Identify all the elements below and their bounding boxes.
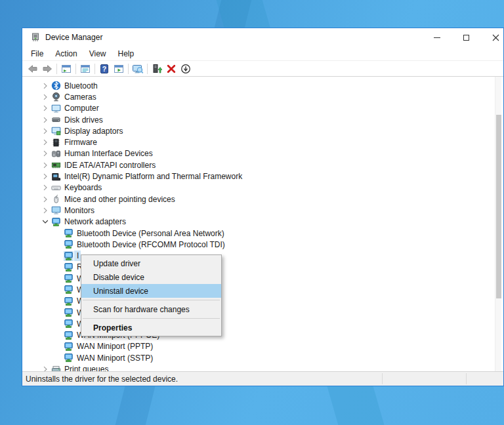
- tree-item-print-queues[interactable]: Print queues: [22, 363, 494, 371]
- close-button[interactable]: [481, 28, 504, 47]
- chevron-collapsed-icon[interactable]: [41, 81, 50, 91]
- tree-item-bluetooth[interactable]: Bluetooth: [22, 80, 494, 91]
- chevron-collapsed-icon[interactable]: [41, 161, 50, 170]
- tree-item-label: WAN Miniport (SSTP): [74, 353, 155, 363]
- tree-item-label: Mice and other pointing devices: [62, 194, 177, 205]
- mouse-icon: [51, 194, 61, 204]
- back-icon: [28, 64, 38, 74]
- tree-item-keyboards[interactable]: Keyboards: [22, 182, 494, 193]
- tree-item-wan-miniport-pptp[interactable]: WAN Miniport (PPTP): [22, 341, 494, 352]
- tree-item-network-adapters[interactable]: Network adapters: [22, 216, 494, 228]
- context-menu-item-disable-device[interactable]: Disable device: [81, 270, 221, 284]
- tree-item-label: Monitors: [62, 205, 96, 216]
- tree-item-wan-miniport-sstp[interactable]: WAN Miniport (SSTP): [22, 352, 494, 363]
- display-adapter-icon: [51, 126, 61, 136]
- tree-item-label: Bluetooth Device (RFCOMM Protocol TDI): [74, 239, 227, 250]
- network-adapter-icon: [64, 296, 74, 306]
- menu-view[interactable]: View: [83, 47, 112, 60]
- network-adapter-icon: [64, 331, 74, 340]
- menu-action[interactable]: Action: [49, 47, 83, 60]
- tree-item-label: Network adapters: [62, 216, 128, 227]
- console-tree-icon: [61, 64, 72, 74]
- chevron-collapsed-icon[interactable]: [41, 92, 50, 102]
- properties-button[interactable]: [78, 62, 93, 75]
- action-pane-icon: [114, 64, 124, 74]
- tree-item-bluetooth-device-personal-area-network[interactable]: Bluetooth Device (Personal Area Network): [22, 228, 494, 239]
- menu-help[interactable]: Help: [112, 47, 140, 60]
- device-manager-window: Device Manager FileActionViewHelp ? Blue…: [22, 28, 504, 386]
- chevron-collapsed-icon[interactable]: [41, 138, 50, 147]
- context-menu: Update driverDisable deviceUninstall dev…: [81, 254, 222, 336]
- network-adapter-icon: [64, 319, 74, 329]
- printer-icon: [51, 365, 61, 371]
- tree-item-human-interface-devices[interactable]: Human Interface Devices: [22, 148, 494, 159]
- chevron-collapsed-icon[interactable]: [41, 115, 50, 125]
- vertical-scrollbar[interactable]: [495, 77, 501, 371]
- chevron-collapsed-icon[interactable]: [41, 104, 50, 113]
- tree-item-disk-drives[interactable]: Disk drives: [22, 114, 494, 125]
- desktop-background: Device Manager FileActionViewHelp ? Blue…: [0, 0, 504, 425]
- tree-item-label: Cameras: [62, 92, 98, 102]
- bluetooth-icon: [51, 81, 61, 91]
- context-menu-item-update-driver[interactable]: Update driver: [81, 256, 221, 270]
- chevron-collapsed-icon[interactable]: [41, 206, 50, 215]
- uninstall-icon: [166, 64, 177, 74]
- firmware-icon: [51, 138, 61, 148]
- tree-item-monitors[interactable]: Monitors: [22, 205, 494, 216]
- back-button[interactable]: [26, 62, 40, 75]
- chevron-collapsed-icon[interactable]: [41, 149, 50, 158]
- keyboard-icon: [51, 183, 61, 193]
- context-menu-item-properties[interactable]: Properties: [81, 321, 221, 334]
- tree-item-label: Display adaptors: [62, 126, 125, 136]
- chevron-collapsed-icon[interactable]: [41, 365, 50, 371]
- action-pane-button[interactable]: [112, 62, 126, 75]
- chevron-collapsed-icon[interactable]: [41, 172, 50, 181]
- device-tree-panel: BluetoothCamerasComputerDisk drivesDispl…: [22, 77, 503, 371]
- tree-item-label: Print queues: [62, 364, 110, 371]
- scan-hardware-changes-button[interactable]: [131, 62, 145, 75]
- scrollbar-thumb[interactable]: [496, 115, 501, 298]
- context-menu-item-scan-for-hardware-changes[interactable]: Scan for hardware changes: [81, 302, 221, 316]
- maximize-icon: [463, 35, 469, 41]
- toolbar-separator: [147, 64, 148, 74]
- tree-item-display-adaptors[interactable]: Display adaptors: [22, 125, 494, 136]
- tree-item-computer[interactable]: Computer: [22, 103, 494, 114]
- tree-item-mice-and-other-pointing-devices[interactable]: Mice and other pointing devices: [22, 193, 494, 205]
- toolbar-separator: [94, 64, 95, 74]
- context-menu-item-uninstall-device[interactable]: Uninstall device: [81, 284, 221, 298]
- network-adapter-icon: [64, 273, 74, 283]
- network-adapter-icon: [64, 308, 74, 317]
- toolbar-separator: [56, 64, 57, 74]
- status-bar-divider: [382, 373, 383, 384]
- forward-button[interactable]: [40, 62, 54, 75]
- title-bar: Device Manager: [22, 28, 503, 47]
- help-button[interactable]: ?: [97, 62, 112, 75]
- hid-icon: [51, 149, 61, 159]
- network-adapter-icon: [64, 342, 74, 352]
- update-driver-button[interactable]: [150, 62, 164, 75]
- tree-item-label: Bluetooth Device (Personal Area Network): [74, 228, 226, 239]
- maximize-button[interactable]: [452, 28, 481, 47]
- chevron-expanded-icon[interactable]: [41, 217, 50, 226]
- disable-device-button[interactable]: [178, 62, 193, 75]
- help-icon: ?: [99, 64, 110, 74]
- tree-item-cameras[interactable]: Cameras: [22, 91, 494, 102]
- menu-file[interactable]: File: [25, 47, 49, 60]
- tree-item-firmware[interactable]: Firmware: [22, 136, 494, 148]
- network-adapter-icon: [64, 285, 74, 294]
- chevron-collapsed-icon[interactable]: [41, 127, 50, 136]
- chevron-collapsed-icon[interactable]: [41, 195, 50, 204]
- network-adapter-icon: [64, 239, 74, 249]
- chevron-collapsed-icon[interactable]: [41, 183, 50, 192]
- tree-item-bluetooth-device-rfcomm-protocol-tdi[interactable]: Bluetooth Device (RFCOMM Protocol TDI): [22, 239, 494, 250]
- minimize-button[interactable]: [422, 28, 452, 47]
- network-adapter-icon: [64, 262, 74, 272]
- minimize-icon: [434, 37, 440, 38]
- tree-item-ide-ata-atapi-controllers[interactable]: IDE ATA/ATAPI controllers: [22, 159, 494, 171]
- show-console-tree-button[interactable]: [59, 62, 74, 75]
- tree-item-intel-r-dynamic-platform-and-thermal-framework[interactable]: Intel(R) Dynamic Platform and Thermal Fr…: [22, 171, 494, 182]
- update-driver-icon: [152, 64, 162, 74]
- uninstall-device-button[interactable]: [164, 62, 178, 75]
- tree-item-label: Computer: [62, 103, 101, 113]
- computer-icon: [51, 104, 61, 113]
